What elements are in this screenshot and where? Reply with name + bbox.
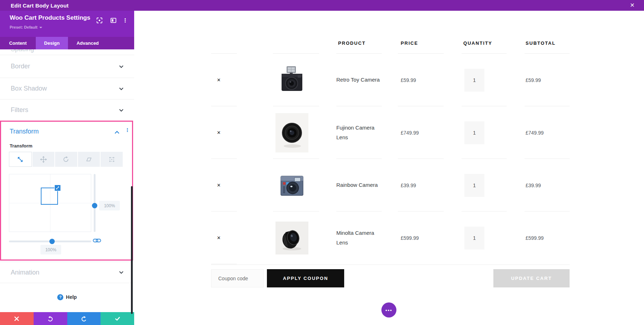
scale-y-slider-handle[interactable] [92, 203, 97, 208]
preset-selector[interactable]: Preset: Default [10, 25, 42, 29]
topbar-title: Edit Cart Body Layout [11, 3, 69, 9]
apply-coupon-button[interactable]: APPLY COUPON [267, 269, 344, 287]
transform-menu-icon[interactable]: ⋮ [125, 127, 130, 133]
cell-product-name: Retro Toy Camera [336, 54, 398, 106]
product-name-link[interactable]: Retro Toy Camera [336, 75, 380, 84]
header-remove [211, 32, 273, 54]
accordion-border-label: Border [11, 63, 30, 70]
chevron-down-icon [118, 107, 124, 113]
tab-design[interactable]: Design [36, 37, 68, 49]
cell-remove: ✕ [211, 54, 273, 106]
help-label: Help [66, 294, 77, 300]
transform-section: Transform ⋮ Transform [0, 121, 133, 261]
quantity-input[interactable]: 1 [464, 121, 484, 144]
update-cart-button[interactable]: UPDATE CART [493, 269, 570, 287]
quantity-input[interactable]: 1 [464, 227, 484, 249]
tab-advanced[interactable]: Advanced [68, 37, 107, 49]
preset-caret-icon [39, 27, 42, 28]
price-value: £749.99 [401, 130, 419, 136]
scale-x-slider-handle[interactable] [49, 239, 55, 244]
cart-row: ✕ Min [211, 212, 570, 264]
cell-thumbnail [273, 212, 336, 264]
undo-button[interactable] [34, 312, 67, 325]
cell-thumbnail [273, 54, 336, 106]
translate-tool-button[interactable] [33, 152, 55, 167]
transform-preview-square[interactable] [41, 188, 58, 205]
quantity-input[interactable]: 1 [464, 174, 484, 197]
remove-item-icon[interactable]: ✕ [217, 130, 221, 135]
cell-subtotal: £59.99 [525, 54, 570, 106]
scale-tool-button[interactable] [9, 152, 32, 167]
panel-body: Spacing Border Box Shadow Filters [0, 49, 134, 312]
product-name-link[interactable]: Fujinon Camera Lens [336, 123, 382, 142]
product-image-retro-toy-camera[interactable] [275, 64, 308, 97]
panel-scrollbar[interactable] [131, 186, 133, 314]
subtotal-value: £59.99 [526, 77, 541, 83]
chevron-down-icon [118, 64, 124, 69]
cart-header-row: PRODUCT PRICE QUANTITY SUBTOTAL [211, 32, 570, 54]
scale-y-value[interactable]: 100% [99, 201, 120, 210]
cart-table: PRODUCT PRICE QUANTITY SUBTOTAL ✕ [211, 32, 570, 264]
product-name-link[interactable]: Minolta Camera Lens [336, 228, 382, 247]
price-value: £599.99 [401, 235, 419, 241]
cell-product-name: Rainbow Camera [336, 159, 398, 212]
price-value: £59.99 [401, 77, 416, 83]
subtotal-value: £749.99 [526, 130, 544, 136]
more-options-button[interactable]: ••• [381, 302, 396, 317]
accordion-border[interactable]: Border [0, 55, 134, 78]
preset-label: Preset: Default [10, 25, 38, 29]
product-image-minolta-lens[interactable] [275, 222, 308, 254]
redo-button[interactable] [67, 312, 101, 325]
price-value: £39.99 [401, 183, 416, 188]
coupon-code-input[interactable] [211, 269, 264, 287]
cart-row: ✕ Fujinon Camera Lens £749.99 1 £749 [211, 106, 570, 159]
link-values-icon[interactable] [93, 238, 101, 244]
topbar: Edit Cart Body Layout ✕ [0, 0, 644, 11]
panel-layout-icon[interactable] [110, 17, 117, 24]
panel-menu-icon[interactable]: ⋮ [122, 17, 129, 24]
cell-price: £599.99 [398, 212, 462, 264]
panel-header: Woo Cart Products Settings ⋮ Preset: Def… [0, 11, 134, 37]
spacing-label: Spacing [11, 49, 134, 53]
help-button[interactable]: ? Help [0, 290, 134, 304]
cart-footer-divider [211, 265, 570, 265]
header-product: PRODUCT [336, 32, 398, 54]
cell-quantity: 1 [462, 159, 525, 212]
chevron-up-icon[interactable] [114, 129, 120, 136]
tab-content[interactable]: Content [0, 37, 36, 49]
header-quantity: QUANTITY [462, 32, 525, 54]
cell-quantity: 1 [462, 212, 525, 264]
origin-tool-button[interactable] [101, 152, 123, 167]
cell-thumbnail [273, 106, 336, 159]
remove-item-icon[interactable]: ✕ [217, 183, 221, 188]
cell-product-name: Fujinon Camera Lens [336, 106, 398, 159]
transform-tool-tabs [9, 152, 123, 167]
cell-product-name: Minolta Camera Lens [336, 212, 398, 264]
quantity-input[interactable]: 1 [464, 69, 484, 92]
subtotal-value: £39.99 [526, 183, 541, 188]
remove-item-icon[interactable]: ✕ [217, 77, 221, 83]
product-image-fujinon-lens[interactable] [275, 113, 308, 152]
product-image-rainbow-camera[interactable] [275, 169, 308, 202]
cell-price: £39.99 [398, 159, 462, 212]
settings-panel: Woo Cart Products Settings ⋮ Preset: Def… [0, 11, 134, 325]
settings-tabbar: Content Design Advanced [0, 37, 134, 49]
rotate-tool-button[interactable] [55, 152, 77, 167]
save-button[interactable] [101, 312, 134, 325]
focus-viewfinder-icon[interactable] [96, 17, 103, 24]
scrolled-section-spacing: Spacing [0, 49, 134, 55]
scale-x-value[interactable]: 100% [40, 245, 61, 254]
accordion-filters-label: Filters [11, 106, 28, 114]
product-name-link[interactable]: Rainbow Camera [336, 180, 378, 190]
discard-button[interactable] [0, 312, 34, 325]
skew-tool-button[interactable] [78, 152, 100, 167]
accordion-box-shadow[interactable]: Box Shadow [0, 78, 134, 99]
close-icon[interactable]: ✕ [630, 1, 635, 9]
accordion-animation[interactable]: Animation [0, 262, 134, 283]
scale-drag-handle-icon[interactable] [54, 185, 61, 191]
remove-item-icon[interactable]: ✕ [217, 235, 221, 241]
transform-section-title[interactable]: Transform [10, 128, 39, 135]
panel-title: Woo Cart Products Settings [10, 14, 90, 21]
accordion-filters[interactable]: Filters [0, 99, 134, 121]
header-subtotal: SUBTOTAL [525, 32, 570, 54]
